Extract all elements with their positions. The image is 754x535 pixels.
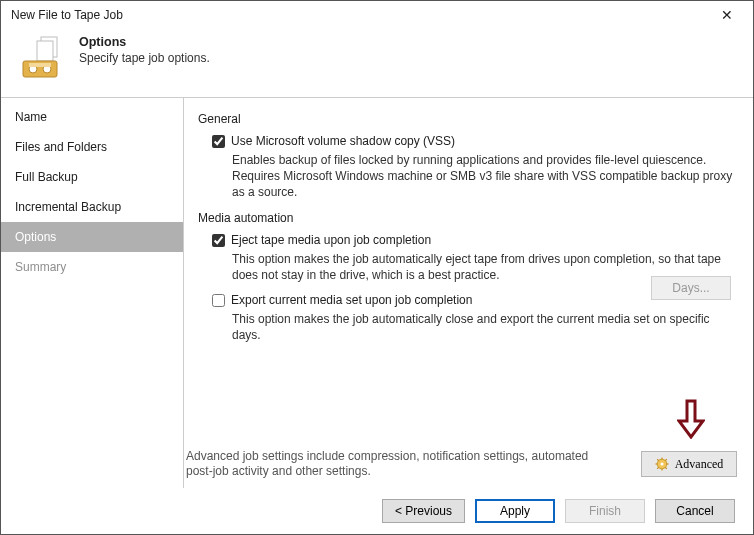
svg-line-13 — [665, 460, 667, 462]
option-export-label: Export current media set upon job comple… — [231, 293, 472, 307]
finish-button: Finish — [565, 499, 645, 523]
wizard-sidebar: Name Files and Folders Full Backup Incre… — [1, 97, 183, 488]
svg-line-11 — [657, 460, 659, 462]
option-eject-label: Eject tape media upon job completion — [231, 233, 431, 247]
option-export-desc: This option makes the job automatically … — [232, 311, 735, 343]
option-vss-desc: Enables backup of files locked by runnin… — [232, 152, 735, 201]
option-eject[interactable]: Eject tape media upon job completion — [212, 233, 735, 247]
gear-icon — [655, 457, 669, 471]
sidebar-item-files-and-folders[interactable]: Files and Folders — [1, 132, 183, 162]
cancel-button[interactable]: Cancel — [655, 499, 735, 523]
section-media-title: Media automation — [198, 211, 735, 225]
page-heading: Options — [79, 35, 210, 49]
close-button[interactable]: ✕ — [709, 3, 745, 27]
sidebar-item-full-backup[interactable]: Full Backup — [1, 162, 183, 192]
svg-point-15 — [660, 463, 663, 466]
svg-rect-5 — [29, 63, 51, 67]
previous-button[interactable]: < Previous — [382, 499, 465, 523]
section-general-title: General — [198, 112, 735, 126]
page-subtitle: Specify tape job options. — [79, 51, 210, 65]
advanced-button-label: Advanced — [675, 457, 724, 472]
svg-line-14 — [657, 468, 659, 470]
advanced-button[interactable]: Advanced — [641, 451, 737, 477]
sidebar-item-incremental-backup[interactable]: Incremental Backup — [1, 192, 183, 222]
sidebar-item-summary[interactable]: Summary — [1, 252, 183, 282]
option-vss-label: Use Microsoft volume shadow copy (VSS) — [231, 134, 455, 148]
checkbox-vss[interactable] — [212, 135, 225, 148]
svg-line-12 — [665, 468, 667, 470]
sidebar-item-options[interactable]: Options — [1, 222, 183, 252]
advanced-help-text: Advanced job settings include compressio… — [186, 449, 606, 480]
checkbox-eject[interactable] — [212, 234, 225, 247]
sidebar-item-name[interactable]: Name — [1, 102, 183, 132]
window-title: New File to Tape Job — [11, 8, 123, 22]
tape-job-icon — [19, 33, 67, 81]
days-button: Days... — [651, 276, 731, 300]
svg-rect-1 — [37, 41, 53, 61]
apply-button[interactable]: Apply — [475, 499, 555, 523]
checkbox-export[interactable] — [212, 294, 225, 307]
option-vss[interactable]: Use Microsoft volume shadow copy (VSS) — [212, 134, 735, 148]
